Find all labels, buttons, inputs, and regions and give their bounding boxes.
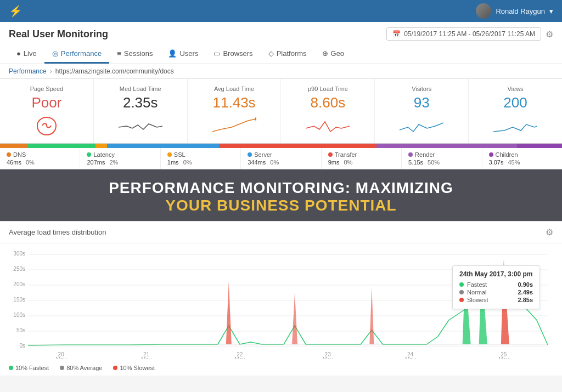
ssl-val-ms: 1ms [167,159,179,166]
metric-page-speed: Page Speed Poor [0,79,94,143]
dns-dot [7,152,11,157]
metric-page-speed-label: Page Speed [30,86,64,92]
metric-visitors-label: Visitors [412,86,431,92]
metric-p90-load: p90 Load Time 8.60s [281,79,375,143]
metric-visitors-value: 93 [414,94,430,111]
breadcrumb-separator: › [50,67,52,75]
metric-visitors-sparkline [400,115,443,137]
children-val-pct: 45% [508,159,520,166]
tab-browsers[interactable]: ▭ Browsers [206,45,260,64]
user-name: Ronald Raygun [496,7,545,15]
tooltip-slowest-value: 2.85s [518,297,533,303]
progress-bar-section: DNS 46ms 0% Latency 207ms 2% SSL 1ms [0,144,562,169]
header-top-row: Real User Monitoring 📅 05/19/2017 11:25 … [9,27,553,41]
metric-avg-load-sparkline [212,115,256,137]
pb-children [517,144,562,148]
tab-live-label: Live [24,49,37,58]
dns-val-pct: 0% [26,159,35,166]
tooltip-slowest-dot [459,298,464,302]
dns-val-ms: 46ms [7,159,21,166]
platforms-icon: ◇ [268,49,274,58]
legend-slowest-label: 10% Slowest [120,365,155,371]
latency-val-pct: 2% [109,159,118,166]
dns-label: DNS [13,151,26,158]
metric-visitors: Visitors 93 [375,79,469,143]
metric-page-speed-sparkline [33,115,60,137]
users-icon: 👤 [168,49,177,58]
svg-marker-21 [28,344,548,345]
tooltip-fastest-dot [459,282,464,287]
metric-avg-load-value: 11.43s [213,94,256,111]
avatar [476,3,491,19]
tab-users[interactable]: 👤 Users [160,45,206,64]
browsers-icon: ▭ [213,49,220,58]
overlay-subtitle: YOUR BUSINESS POTENTIAL [0,197,562,214]
overlay-title: PERFORMANCE MONITORING: MAXIMIZING [0,179,562,197]
server-dot [248,152,252,157]
pb-server [107,144,220,148]
metric-med-load-sparkline [119,115,162,137]
chart-section: Average load times distribution ⚙ 300s 2… [0,221,562,376]
latency-label: Latency [93,151,115,158]
tab-platforms-label: Platforms [277,49,307,58]
tab-live[interactable]: ● Live [9,45,44,64]
metrics-row: Page Speed Poor Med Load Time 2.35s Avg … [0,79,562,144]
children-label: Children [496,151,518,158]
children-dot [489,152,493,157]
svg-text:May: May [56,356,66,359]
detail-server: Server 344ms 0% [241,148,321,169]
svg-text:50s: 50s [16,327,25,333]
breadcrumb-current: https://amazingsite.com/community/docs [55,67,174,75]
children-val-ms: 3.07s [489,159,504,166]
metric-views-value: 200 [503,94,527,111]
header-settings-icon[interactable]: ⚙ [546,29,553,39]
ssl-val-pct: 0% [183,159,192,166]
legend-average-label: 80% Average [66,365,102,371]
tab-platforms[interactable]: ◇ Platforms [261,45,314,64]
calendar-icon: 📅 [392,30,401,38]
metric-views-sparkline [493,115,537,137]
svg-text:May: May [141,356,151,359]
tooltip-row-normal: Normal 2.49s [459,289,533,296]
pb-transfer [219,144,376,148]
transfer-dot [328,152,333,157]
transfer-label: Transfer [335,151,357,158]
chart-container: 300s 250s 200s 150s 100s 50s 0s [0,243,562,360]
metric-med-load-label: Med Load Time [120,86,161,92]
tooltip-normal-dot [459,290,464,294]
tab-performance[interactable]: ◎ Performance [44,45,109,64]
logo-icon: ⚡ [9,4,23,18]
metric-med-load-value: 2.35s [123,94,158,111]
page-header: Real User Monitoring 📅 05/19/2017 11:25 … [0,22,562,64]
breadcrumb-link[interactable]: Performance [9,67,47,75]
user-menu-chevron[interactable]: ▾ [549,7,553,15]
chart-settings-icon[interactable]: ⚙ [546,227,553,237]
svg-text:200s: 200s [13,281,25,287]
user-menu[interactable]: Ronald Raygun ▾ [476,3,553,19]
legend-slowest-dot [113,366,117,370]
metric-views-label: Views [507,86,523,92]
tooltip-normal-label: Normal [467,289,514,296]
detail-latency: Latency 207ms 2% [80,148,160,169]
detail-ssl: SSL 1ms 0% [161,148,241,169]
overlay-section: PERFORMANCE MONITORING: MAXIMIZING YOUR … [0,169,562,221]
metric-med-load: Med Load Time 2.35s [94,79,188,143]
svg-text:May: May [323,356,333,359]
legend-fastest-label: 10% Fastest [15,365,49,371]
legend-slowest: 10% Slowest [113,365,155,371]
tab-sessions[interactable]: ≡ Sessions [109,45,160,64]
latency-dot [87,152,91,157]
pb-dns [0,144,28,148]
metric-avg-load: Avg Load Time 11.43s [188,79,282,143]
date-range-picker[interactable]: 📅 05/19/2017 11:25 AM - 05/26/2017 11:25… [386,27,541,41]
detail-dns: DNS 46ms 0% [0,148,80,169]
svg-text:May: May [498,356,509,359]
svg-text:150s: 150s [13,297,25,303]
tab-geo[interactable]: ⊕ Geo [314,45,352,64]
legend-average: 80% Average [60,365,102,371]
render-dot [408,152,413,157]
tab-users-label: Users [179,49,198,58]
server-val-pct: 0% [270,159,279,166]
svg-text:300s: 300s [13,251,25,257]
chart-legend: 10% Fastest 80% Average 10% Slowest [0,360,562,376]
